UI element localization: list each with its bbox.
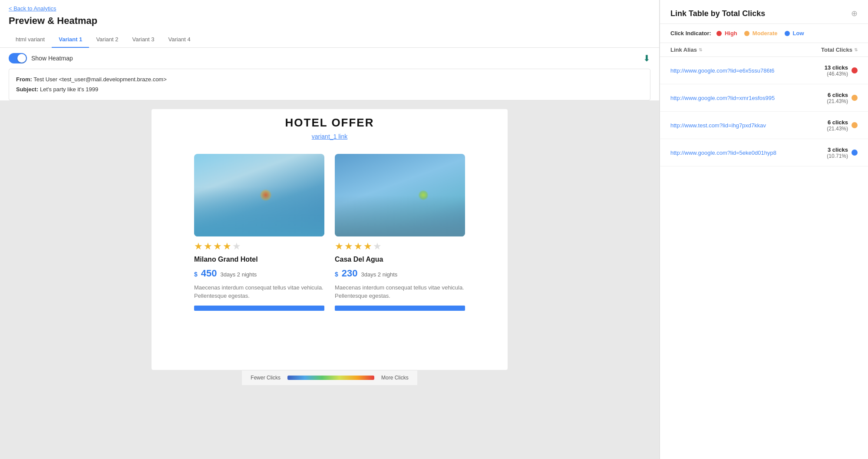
subject-label: Subject: — [16, 86, 38, 93]
variant-link[interactable]: variant_1 link — [312, 133, 348, 140]
heatmap-dot-2 — [418, 190, 429, 200]
toolbar: Show Heatmap ⬇ — [0, 48, 659, 69]
heatmap-legend: Fewer Clicks More Clicks — [242, 370, 417, 385]
hotel-name-1: Milano Grand Hotel — [194, 254, 324, 265]
hotel-currency-2: $ — [335, 271, 338, 278]
link-url-1[interactable]: http://www.google.com?lid=e6x5ssu786t6 — [670, 67, 801, 74]
moderate-dot — [744, 31, 749, 36]
low-dot — [785, 31, 790, 36]
subject-value: Let's party like it's 1999 — [40, 86, 98, 93]
variant-tabs: html variant Variant 1 Variant 2 Variant… — [0, 32, 659, 48]
hotel-duration-2: 3days 2 nights — [361, 271, 398, 278]
tab-variant2[interactable]: Variant 2 — [89, 32, 125, 48]
clicks-text-4: 3 clicks (10.71%) — [827, 146, 848, 159]
hotel-duration-1: 3days 2 nights — [221, 271, 257, 278]
click-indicator-row: Click Indicator: High Moderate Low — [660, 24, 868, 43]
table-row: http://www.google.com?lid=xmr1esfos995 6… — [660, 84, 868, 112]
toggle-knob — [17, 54, 26, 63]
clicks-cell-2: 6 clicks (21.43%) — [801, 91, 858, 104]
indicator-high-item: High — [716, 30, 737, 37]
email-content-title: HOTEL OFFER — [152, 109, 508, 131]
legend-color-bar — [287, 376, 374, 380]
left-panel: < Back to Analytics Preview & Heatmap ht… — [0, 0, 660, 459]
col-alias-header: Link Alias ⇅ — [670, 47, 801, 53]
tab-html-variant[interactable]: html variant — [9, 32, 52, 48]
indicator-moderate-item: Moderate — [744, 30, 778, 37]
hotel-name-2: Casa Del Agua — [335, 254, 465, 265]
hotel-price-1: $450 3days 2 nights — [194, 265, 324, 282]
heatmap-dot-1 — [260, 189, 272, 201]
row-indicator-dot-4 — [851, 150, 858, 156]
clicks-cell-3: 6 clicks (21.43%) — [801, 119, 858, 132]
tab-variant1[interactable]: Variant 1 — [52, 32, 89, 48]
clicks-cell-4: 3 clicks (10.71%) — [801, 146, 858, 159]
link-url-4[interactable]: http://www.google.com?lid=5eke0d01hyp8 — [670, 150, 801, 156]
clicks-text-2: 6 clicks (21.43%) — [827, 91, 848, 104]
link-table-body: http://www.google.com?lid=e6x5ssu786t6 1… — [660, 57, 868, 459]
link-url-2[interactable]: http://www.google.com?lid=xmr1esfos995 — [670, 95, 801, 101]
hotel-amount-2: 230 — [342, 268, 358, 279]
clicks-cell-1: 13 clicks (46.43%) — [801, 64, 858, 77]
click-indicator-label: Click Indicator: — [670, 30, 711, 37]
email-preview-area: HOTEL OFFER variant_1 link ★ ★ ★ ★ ★ — [0, 100, 659, 459]
hotel-desc-1: Maecenas interdum consequat tellus vitae… — [194, 282, 324, 306]
heatmap-toggle-row: Show Heatmap — [9, 53, 73, 63]
email-info-box: From: Test User <test_user@mail.developm… — [9, 69, 650, 100]
hotel-cards-container: ★ ★ ★ ★ ★ Milano Grand Hotel $450 3days … — [152, 147, 508, 321]
row-indicator-dot-3 — [851, 122, 858, 128]
hotel-book-btn-1[interactable] — [194, 306, 324, 311]
hotel-amount-1: 450 — [201, 268, 217, 279]
table-row: http://www.google.com?lid=e6x5ssu786t6 1… — [660, 57, 868, 84]
clicks-sort-icon[interactable]: ⇅ — [854, 47, 858, 52]
clicks-text-1: 13 clicks (46.43%) — [825, 64, 848, 77]
back-to-analytics-link[interactable]: < Back to Analytics — [0, 0, 659, 13]
toggle-label: Show Heatmap — [31, 55, 73, 62]
link-url-3[interactable]: http://www.test.com?lid=ihg7pxd7kkav — [670, 122, 801, 129]
table-row: http://www.test.com?lid=ihg7pxd7kkav 6 c… — [660, 112, 868, 139]
expand-icon[interactable]: ⊕ — [851, 9, 858, 18]
hotel-book-btn-2[interactable] — [335, 306, 465, 311]
hotel-currency-1: $ — [194, 271, 198, 278]
row-indicator-dot-2 — [851, 95, 858, 101]
hotel-stars-2: ★ ★ ★ ★ ★ — [335, 236, 465, 254]
variant-link-container: variant_1 link — [152, 131, 508, 147]
email-preview: HOTEL OFFER variant_1 link ★ ★ ★ ★ ★ — [152, 109, 508, 370]
tab-variant3[interactable]: Variant 3 — [125, 32, 161, 48]
row-indicator-dot-1 — [851, 67, 858, 73]
alias-sort-icon[interactable]: ⇅ — [699, 47, 702, 52]
hotel-desc-2: Maecenas interdum consequat tellus vitae… — [335, 282, 465, 306]
legend-fewer-clicks: Fewer Clicks — [251, 375, 281, 381]
from-label: From: — [16, 76, 32, 83]
download-icon[interactable]: ⬇ — [643, 53, 650, 63]
indicator-low-item: Low — [785, 30, 804, 37]
indicator-low-label: Low — [793, 30, 804, 37]
page-title: Preview & Heatmap — [0, 13, 659, 32]
right-panel: Link Table by Total Clicks ⊕ Click Indic… — [660, 0, 868, 459]
show-heatmap-toggle[interactable] — [9, 53, 27, 63]
legend-more-clicks: More Clicks — [381, 375, 409, 381]
hotel-image-1 — [194, 154, 324, 236]
indicator-high-label: High — [725, 30, 737, 37]
high-dot — [716, 31, 722, 36]
clicks-text-3: 6 clicks (21.43%) — [827, 119, 848, 132]
table-header: Link Alias ⇅ Total Clicks ⇅ — [660, 43, 868, 57]
hotel-image-2 — [335, 154, 465, 236]
right-panel-title: Link Table by Total Clicks — [670, 9, 765, 18]
hotel-price-2: $230 3days 2 nights — [335, 265, 465, 282]
hotel-card-2: ★ ★ ★ ★ ★ Casa Del Agua $230 3days 2 nig… — [335, 154, 465, 311]
from-value: Test User <test_user@mail.development.br… — [33, 76, 167, 83]
hotel-stars-1: ★ ★ ★ ★ ★ — [194, 236, 324, 254]
tab-variant4[interactable]: Variant 4 — [162, 32, 198, 48]
col-clicks-header: Total Clicks ⇅ — [801, 47, 858, 53]
indicator-moderate-label: Moderate — [752, 30, 778, 37]
right-panel-header: Link Table by Total Clicks ⊕ — [660, 0, 868, 24]
table-row: http://www.google.com?lid=5eke0d01hyp8 3… — [660, 139, 868, 166]
hotel-card-1: ★ ★ ★ ★ ★ Milano Grand Hotel $450 3days … — [194, 154, 324, 311]
